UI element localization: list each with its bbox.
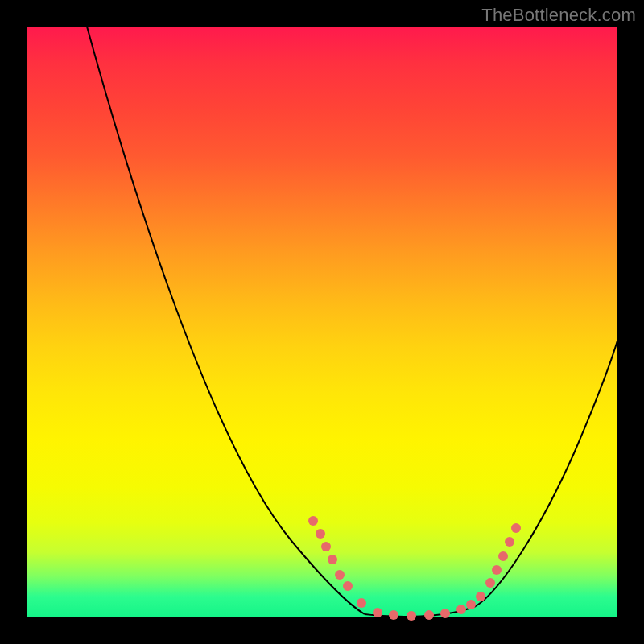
marker-dot — [492, 565, 502, 575]
marker-dot — [321, 542, 331, 551]
marker-dot — [505, 537, 514, 547]
marker-dot — [424, 610, 434, 620]
marker-dot — [511, 523, 521, 533]
marker-dot — [466, 600, 476, 609]
marker-group — [308, 516, 521, 621]
marker-dot — [476, 592, 485, 601]
marker-dot — [343, 581, 353, 591]
marker-dot — [485, 578, 495, 588]
chart-svg — [27, 27, 617, 617]
marker-dot — [440, 609, 450, 618]
marker-dot — [389, 610, 398, 620]
marker-dot — [328, 555, 337, 564]
curve-left-segment — [87, 27, 365, 614]
watermark-text: TheBottleneck.com — [481, 5, 636, 26]
marker-dot — [357, 598, 366, 608]
plot-area — [27, 27, 617, 617]
marker-dot — [316, 529, 325, 539]
marker-dot — [456, 605, 466, 614]
marker-dot — [498, 551, 508, 561]
marker-dot — [308, 516, 318, 526]
marker-dot — [335, 570, 345, 580]
marker-dot — [407, 611, 416, 621]
marker-dot — [373, 608, 382, 617]
